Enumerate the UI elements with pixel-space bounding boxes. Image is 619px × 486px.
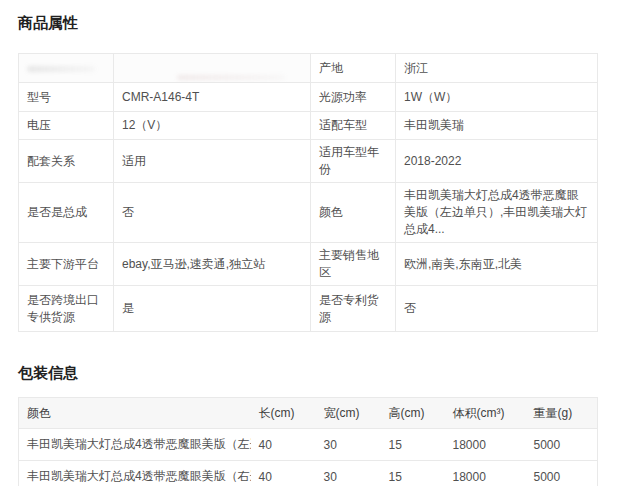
attr-label-patent-supply: 是否专利货源 bbox=[311, 286, 396, 332]
packaging-row: 丰田凯美瑞大灯总成4透带恶魔眼美版（左边单只） 40 30 15 18000 5… bbox=[19, 429, 598, 461]
packaging-length: 40 bbox=[251, 461, 316, 486]
attr-value-redacted bbox=[114, 54, 311, 83]
attr-label-is-assembly: 是否是总成 bbox=[19, 183, 114, 243]
redacted-smudge bbox=[177, 75, 285, 80]
packaging-length: 40 bbox=[251, 429, 316, 461]
attr-value-light-power: 1W（W） bbox=[396, 83, 598, 112]
attr-row: 产地 浙江 bbox=[19, 54, 598, 83]
packaging-header-width: 宽(cm) bbox=[316, 398, 381, 429]
packaging-width: 30 bbox=[316, 429, 381, 461]
section-title-packaging-info: 包装信息 bbox=[18, 363, 597, 383]
packaging-header-weight: 重量(g) bbox=[526, 398, 598, 429]
attr-value-color: 丰田凯美瑞大灯总成4透带恶魔眼美版（左边单只）,丰田凯美瑞大灯总成4... bbox=[396, 183, 598, 243]
attr-label-voltage: 电压 bbox=[19, 112, 114, 140]
attr-label-downstream-platforms: 主要下游平台 bbox=[19, 243, 114, 286]
attr-value-patent-supply: 否 bbox=[396, 286, 598, 332]
attr-value-origin: 浙江 bbox=[396, 54, 598, 83]
attr-row: 电压 12（V） 适配车型 丰田凯美瑞 bbox=[19, 112, 598, 140]
packaging-header-color: 颜色 bbox=[19, 398, 251, 429]
redacted-smudge bbox=[27, 66, 95, 72]
packaging-weight: 5000 bbox=[526, 429, 598, 461]
packaging-volume: 18000 bbox=[445, 429, 526, 461]
packaging-height: 15 bbox=[381, 429, 445, 461]
packaging-header-row: 颜色 长(cm) 宽(cm) 高(cm) 体积(cm³) 重量(g) bbox=[19, 398, 598, 429]
attr-value-sales-regions: 欧洲,南美,东南亚,北美 bbox=[396, 243, 598, 286]
attr-label-sales-regions: 主要销售地区 bbox=[311, 243, 396, 286]
product-detail-page: 商品属性 产地 浙江 型号 CMR-A146-4T 光源功率 1W（W） 电压 … bbox=[0, 0, 619, 486]
packaging-height: 15 bbox=[381, 461, 445, 486]
attr-value-cross-border-supply: 是 bbox=[114, 286, 311, 332]
packaging-header-height: 高(cm) bbox=[381, 398, 445, 429]
attr-label-origin: 产地 bbox=[311, 54, 396, 83]
attr-label-fit-model: 适配车型 bbox=[311, 112, 396, 140]
attr-value-model: CMR-A146-4T bbox=[114, 83, 311, 112]
attr-value-downstream-platforms: ebay,亚马逊,速卖通,独立站 bbox=[114, 243, 311, 286]
packaging-color: 丰田凯美瑞大灯总成4透带恶魔眼美版（左边单只） bbox=[19, 429, 251, 461]
attr-label-match-relation: 配套关系 bbox=[19, 140, 114, 183]
attr-label-color: 颜色 bbox=[311, 183, 396, 243]
packaging-row: 丰田凯美瑞大灯总成4透带恶魔眼美版（右边单只） 40 30 15 18000 5… bbox=[19, 461, 598, 486]
packaging-header-volume: 体积(cm³) bbox=[445, 398, 526, 429]
section-title-product-attributes: 商品属性 bbox=[18, 13, 597, 33]
packaging-volume: 18000 bbox=[445, 461, 526, 486]
attr-value-is-assembly: 否 bbox=[114, 183, 311, 243]
attr-value-model-years: 2018-2022 bbox=[396, 140, 598, 183]
attr-label-redacted bbox=[19, 54, 114, 83]
packaging-color: 丰田凯美瑞大灯总成4透带恶魔眼美版（右边单只） bbox=[19, 461, 251, 486]
attr-label-light-power: 光源功率 bbox=[311, 83, 396, 112]
attr-row: 主要下游平台 ebay,亚马逊,速卖通,独立站 主要销售地区 欧洲,南美,东南亚… bbox=[19, 243, 598, 286]
attr-value-voltage: 12（V） bbox=[114, 112, 311, 140]
attr-label-model: 型号 bbox=[19, 83, 114, 112]
attr-value-fit-model: 丰田凯美瑞 bbox=[396, 112, 598, 140]
attr-row: 型号 CMR-A146-4T 光源功率 1W（W） bbox=[19, 83, 598, 112]
attr-label-model-years: 适用车型年份 bbox=[311, 140, 396, 183]
packaging-info-table: 颜色 长(cm) 宽(cm) 高(cm) 体积(cm³) 重量(g) 丰田凯美瑞… bbox=[18, 397, 598, 486]
attr-value-match-relation: 适用 bbox=[114, 140, 311, 183]
attr-row: 配套关系 适用 适用车型年份 2018-2022 bbox=[19, 140, 598, 183]
packaging-weight: 5000 bbox=[526, 461, 598, 486]
attr-row: 是否跨境出口专供货源 是 是否专利货源 否 bbox=[19, 286, 598, 332]
packaging-width: 30 bbox=[316, 461, 381, 486]
product-attributes-table: 产地 浙江 型号 CMR-A146-4T 光源功率 1W（W） 电压 12（V）… bbox=[18, 53, 598, 332]
packaging-header-length: 长(cm) bbox=[251, 398, 316, 429]
attr-label-cross-border-supply: 是否跨境出口专供货源 bbox=[19, 286, 114, 332]
attr-row: 是否是总成 否 颜色 丰田凯美瑞大灯总成4透带恶魔眼美版（左边单只）,丰田凯美瑞… bbox=[19, 183, 598, 243]
